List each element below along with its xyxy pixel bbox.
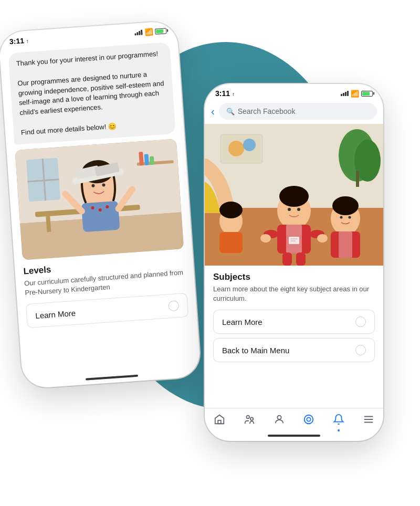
bell-icon	[333, 414, 344, 428]
location-arrow-icon-front: ↑	[232, 91, 235, 97]
svg-point-63	[304, 415, 313, 424]
groups-icon	[303, 414, 314, 428]
time-front: 3:11 ↑	[215, 89, 235, 98]
battery-icon	[155, 28, 167, 35]
search-icon: 🔍	[226, 108, 235, 115]
nav-notifications[interactable]	[333, 414, 344, 428]
svg-point-54	[219, 202, 243, 218]
home-indicator-front	[268, 435, 320, 437]
svg-rect-45	[282, 252, 292, 266]
search-bar-row: ‹ 🔍 Search Facebook	[205, 100, 383, 124]
svg-point-49	[340, 216, 343, 219]
svg-rect-30	[356, 171, 359, 187]
circle-icon-back-menu	[355, 345, 366, 355]
subject-image	[205, 124, 383, 266]
signal-icon-front	[341, 91, 349, 96]
circle-icon-back	[168, 300, 179, 311]
svg-rect-46	[296, 252, 306, 266]
svg-point-33	[243, 139, 256, 151]
status-icons-front: 📶	[341, 90, 373, 98]
chat-bubble: Thank you for your interest in our progr…	[8, 42, 175, 145]
signal-icon	[134, 30, 143, 36]
svg-point-32	[228, 141, 244, 156]
svg-rect-52	[339, 231, 352, 258]
chat-text: Thank you for your interest in our progr…	[16, 49, 168, 138]
phone-front: 3:11 ↑ 📶 ‹ 🔍 Search Faceb	[205, 84, 383, 441]
svg-point-48	[332, 196, 359, 215]
menu-icon	[363, 414, 374, 428]
svg-point-44	[317, 234, 328, 243]
back-phone-content: Thank you for your interest in our progr…	[0, 36, 201, 382]
friends-icon	[244, 414, 255, 428]
svg-rect-8	[150, 156, 154, 165]
nav-menu[interactable]	[363, 414, 374, 428]
nav-home[interactable]	[214, 414, 225, 428]
child-image	[15, 139, 184, 260]
svg-point-60	[246, 416, 249, 419]
profile-icon	[274, 414, 285, 428]
phone-back: 3:11 ↑ 📶 Thank you for your interest in	[0, 20, 201, 389]
learn-more-button-back[interactable]: Learn More	[26, 293, 188, 328]
scene: 3:11 ↑ 📶 Thank you for your interest in	[0, 0, 420, 506]
svg-rect-58	[290, 240, 296, 241]
circle-icon-front	[355, 317, 366, 327]
nav-profile[interactable]	[274, 414, 285, 428]
search-placeholder: Search Facebook	[238, 107, 296, 115]
back-arrow-icon[interactable]: ‹	[211, 106, 215, 118]
location-arrow-icon: ↑	[26, 38, 29, 44]
levels-section: Levels Our curriculum carefully structur…	[14, 248, 197, 338]
subjects-description: Learn more about the eight key subject a…	[213, 284, 375, 303]
svg-point-64	[307, 417, 311, 421]
home-icon	[214, 414, 225, 428]
status-bar-front: 3:11 ↑ 📶	[205, 84, 383, 100]
status-icons-back: 📶	[134, 27, 167, 37]
wifi-icon: 📶	[144, 28, 153, 36]
back-to-main-menu-button[interactable]: Back to Main Menu	[213, 338, 375, 362]
battery-icon-front	[361, 91, 373, 97]
svg-rect-57	[290, 238, 298, 239]
svg-point-50	[349, 216, 351, 219]
nav-groups[interactable]	[303, 414, 314, 428]
nav-friends[interactable]	[244, 414, 255, 428]
svg-point-61	[250, 417, 254, 420]
search-bar[interactable]: 🔍 Search Facebook	[219, 103, 377, 120]
wifi-icon-front: 📶	[351, 90, 359, 98]
time-back: 3:11 ↑	[9, 36, 29, 46]
learn-more-button-front[interactable]: Learn More	[213, 310, 375, 334]
svg-point-36	[279, 186, 309, 207]
svg-point-37	[288, 208, 291, 211]
svg-rect-59	[218, 420, 222, 424]
svg-rect-17	[81, 201, 120, 232]
svg-point-43	[260, 234, 271, 243]
svg-rect-7	[144, 154, 149, 165]
subjects-section: Subjects Learn more about the eight key …	[205, 266, 383, 371]
subjects-title: Subjects	[213, 272, 375, 282]
svg-point-38	[297, 208, 300, 211]
svg-rect-55	[219, 232, 243, 253]
svg-point-62	[277, 416, 281, 419]
bottom-nav	[205, 408, 383, 430]
